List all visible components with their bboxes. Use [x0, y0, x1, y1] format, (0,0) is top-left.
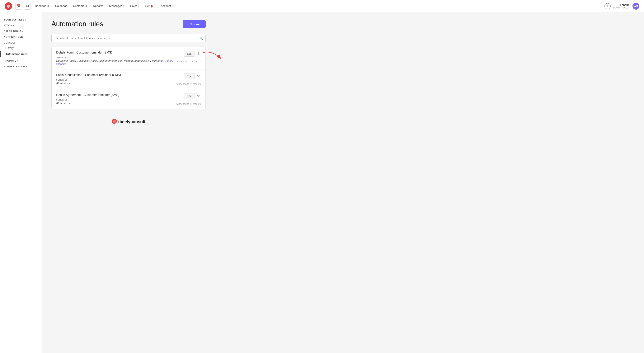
search-input[interactable] — [54, 34, 199, 42]
rule-body-2: Facial Consultation - Customer reminder … — [56, 73, 176, 85]
avatar[interactable]: AM — [632, 3, 640, 10]
calendar-icon-btn[interactable]: 📅 — [15, 3, 22, 10]
rule-actions-top-1: Edit 🗑 — [184, 51, 201, 56]
sidebar-section-promote[interactable]: PROMOTE ▾ — [0, 58, 42, 63]
new-rule-button[interactable]: + New rule — [183, 20, 206, 28]
services-label-3: SERVICES: — [56, 98, 176, 101]
sidebar: YOUR BUSINESS ▾ STOCK ▾ SALES TOOLS ▾ NO… — [0, 12, 42, 353]
rule-body-3: Health Agreement - Customer reminder (SM… — [56, 93, 176, 105]
services-text-2: All services — [56, 82, 70, 85]
sidebar-section-notifications[interactable]: NOTIFICATIONS ▾ — [0, 34, 42, 39]
services-text-1: Refresher Facial, Relaxation Facial, Mic… — [56, 59, 163, 62]
rule-name-1: Details Form - Customer reminder (SMS) — [56, 51, 177, 54]
last-edited-3: Last edited: 10 Dec 20 — [176, 102, 201, 105]
sidebar-link-library[interactable]: Library — [0, 45, 42, 51]
timely-logo-icon: t — [112, 118, 117, 125]
sales-dropdown-arrow: ▾ — [138, 5, 139, 7]
messages-dropdown-arrow: ▾ — [123, 5, 124, 7]
nav-right-area: ? Annabel BEAUTY SALON AM — [604, 3, 640, 10]
sidebar-section-sales-tools[interactable]: SALES TOOLS ▾ — [0, 28, 42, 34]
edit-button-1[interactable]: Edit — [184, 51, 195, 56]
user-name: Annabel — [613, 4, 630, 6]
page-title: Automation rules — [52, 20, 103, 28]
last-edited-1: Last edited: 06 Jul 21 — [177, 60, 201, 63]
services-text-3: All services — [56, 102, 70, 105]
sidebar-section-stock[interactable]: STOCK ▾ — [0, 23, 42, 28]
delete-button-3[interactable]: 🗑 — [196, 94, 201, 98]
rules-list: Details Form - Customer reminder (SMS) S… — [52, 47, 206, 109]
footer-logo-consult: consult — [130, 119, 146, 124]
rule-actions-1: Edit 🗑 — [177, 51, 201, 63]
footer-logo-timely: timely — [118, 119, 130, 124]
administration-arrow: ▾ — [26, 66, 27, 68]
rule-name-2: Facial Consultation - Customer reminder … — [56, 73, 176, 77]
rule-actions-top-3: Edit 🗑 — [184, 93, 201, 99]
nav-item-customers[interactable]: Customers — [70, 0, 90, 12]
edit-button-3[interactable]: Edit — [184, 93, 195, 99]
stock-arrow: ▾ — [13, 24, 14, 27]
footer-logo-text: timelyconsult — [118, 119, 146, 124]
search-bar: 🔍 — [52, 34, 206, 42]
services-value-2: All services — [56, 82, 176, 85]
account-dropdown-arrow: ▾ — [172, 5, 173, 7]
help-button[interactable]: ? — [604, 3, 610, 9]
nav-item-sales[interactable]: Sales ▾ — [128, 0, 142, 12]
sidebar-section-your-business[interactable]: YOUR BUSINESS ▾ — [0, 17, 42, 22]
last-edited-2: Last edited: 10 Dec 20 — [176, 82, 201, 85]
your-business-arrow: ▾ — [25, 19, 26, 21]
nav-item-reports[interactable]: Reports — [90, 0, 106, 12]
setup-dropdown-arrow: ▾ — [154, 5, 154, 7]
main-layout: YOUR BUSINESS ▾ STOCK ▾ SALES TOOLS ▾ NO… — [0, 12, 644, 353]
rule-item-1: Details Form - Customer reminder (SMS) S… — [52, 47, 206, 70]
nav-item-messages[interactable]: Messages ▾ — [106, 0, 126, 12]
app-logo[interactable]: t — [4, 2, 12, 10]
services-label-1: SERVICES: — [56, 56, 177, 58]
services-label-2: SERVICES: — [56, 79, 176, 81]
rule-item-2: Facial Consultation - Customer reminder … — [52, 70, 206, 90]
svg-text:t: t — [8, 5, 8, 7]
rule-actions-3: Edit 🗑 Last edited: 10 Dec 20 — [176, 93, 201, 105]
nav-item-calendar[interactable]: Calendar — [52, 0, 70, 12]
svg-text:t: t — [114, 120, 114, 123]
tag-icon-btn[interactable]: 🏷 — [24, 3, 31, 10]
search-icon[interactable]: 🔍 — [199, 36, 203, 40]
nav-item-setup[interactable]: Setup ▾ — [142, 0, 157, 12]
rule-name-3: Health Agreement - Customer reminder (SM… — [56, 93, 176, 97]
rule-actions-2: Edit 🗑 Last edited: 10 Dec 20 — [176, 73, 201, 85]
edit-button-2[interactable]: Edit — [184, 73, 195, 79]
svg-point-4 — [112, 120, 116, 123]
footer-logo: t timelyconsult — [52, 118, 206, 125]
delete-container-1: 🗑 — [196, 51, 201, 56]
sidebar-section-consult[interactable]: CONSULT — [0, 40, 42, 45]
user-info: Annabel BEAUTY SALON — [613, 4, 630, 9]
delete-button-1[interactable]: 🗑 — [196, 51, 201, 56]
delete-button-2[interactable]: 🗑 — [196, 74, 201, 79]
rule-actions-top-2: Edit 🗑 — [184, 73, 201, 79]
user-business: BEAUTY SALON — [613, 6, 630, 9]
notifications-arrow: ▾ — [24, 36, 25, 38]
sales-tools-arrow: ▾ — [22, 30, 23, 32]
red-arrow-annotation — [198, 49, 229, 65]
rule-item-3: Health Agreement - Customer reminder (SM… — [52, 90, 206, 109]
sidebar-section-administration[interactable]: ADMINISTRATION ▾ — [0, 64, 42, 69]
top-navigation: t 📅 🏷 Dashboard Calendar Customers Repor… — [0, 0, 644, 12]
rule-body-1: Details Form - Customer reminder (SMS) S… — [56, 51, 177, 66]
nav-items-list: Dashboard Calendar Customers Reports Mes… — [32, 0, 604, 12]
promote-arrow: ▾ — [17, 60, 18, 62]
nav-item-dashboard[interactable]: Dashboard — [32, 0, 52, 12]
services-value-3: All services — [56, 102, 176, 105]
main-content: Automation rules + New rule 🔍 Details Fo… — [42, 12, 215, 353]
sidebar-link-automation-rules[interactable]: Automation rules — [0, 51, 42, 57]
services-value-1: Refresher Facial, Relaxation Facial, Mic… — [56, 59, 177, 66]
nav-item-account[interactable]: Account ▾ — [158, 0, 175, 12]
page-header: Automation rules + New rule — [52, 20, 206, 28]
